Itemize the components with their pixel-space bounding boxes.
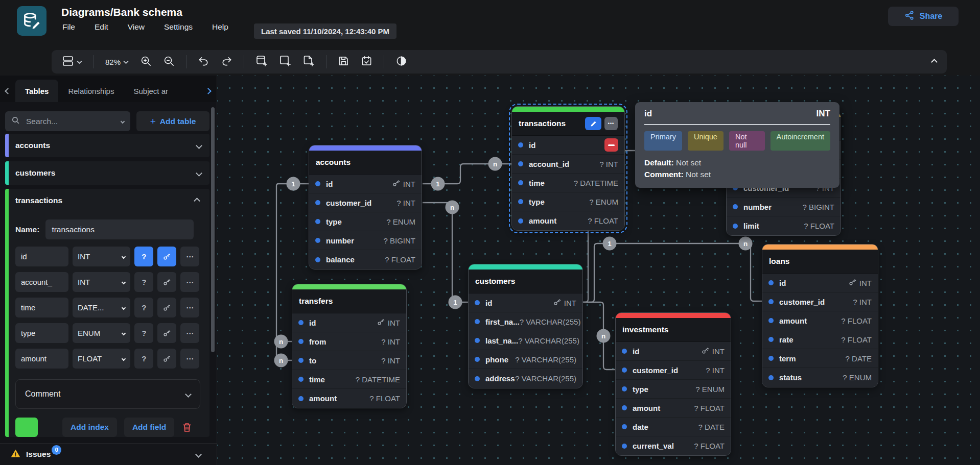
app-logo-database-pencil-icon[interactable] <box>17 6 46 36</box>
table-card-accounts[interactable]: accountsidINTcustomer_id? INTtype? ENUMn… <box>309 145 422 270</box>
table-field-row[interactable]: term? DATE <box>762 349 878 368</box>
nullable-toggle-button[interactable]: ? <box>134 247 153 266</box>
zoom-in-button[interactable] <box>140 55 152 69</box>
sidebar-scrollbar[interactable] <box>211 107 215 352</box>
table-field-row[interactable]: amount? FLOAT <box>292 389 406 408</box>
tabs-scroll-left-icon[interactable] <box>0 80 15 102</box>
issues-bar[interactable]: Issues 0 <box>0 443 217 465</box>
primary-key-toggle-button[interactable] <box>157 247 176 266</box>
field-more-options-button[interactable]: ⋯ <box>180 298 199 317</box>
search-input[interactable] <box>25 116 116 127</box>
delete-field-button[interactable] <box>604 138 618 152</box>
menu-item-edit[interactable]: Edit <box>95 22 108 32</box>
table-search-box[interactable] <box>5 111 130 131</box>
table-field-row[interactable]: idINT <box>292 313 406 332</box>
field-more-options-button[interactable]: ⋯ <box>180 323 199 343</box>
table-field-row[interactable]: type? ENUM <box>309 212 422 231</box>
field-type-select[interactable]: INT <box>73 272 130 292</box>
add-field-button[interactable]: Add field <box>124 418 174 437</box>
table-name-input[interactable] <box>45 219 194 239</box>
table-field-row[interactable]: address? VARCHAR(255) <box>469 369 582 388</box>
table-field-row[interactable]: amount? FLOAT <box>512 211 624 230</box>
delete-table-button[interactable] <box>181 422 193 433</box>
table-field-row[interactable]: last_na...? VARCHAR(255) <box>469 331 582 350</box>
layout-grid-button[interactable] <box>62 55 82 69</box>
primary-key-toggle-button[interactable] <box>157 323 176 343</box>
table-card-transactions[interactable]: transactions•••idaccount_id? INTtime? DA… <box>511 106 625 231</box>
table-field-row[interactable]: current_val? FLOAT <box>616 436 731 455</box>
field-name-input[interactable] <box>15 349 68 369</box>
table-card-customers[interactable]: customersidINTfirst_na...? VARCHAR(255)l… <box>468 264 583 388</box>
menu-item-help[interactable]: Help <box>212 22 228 32</box>
edit-table-button[interactable] <box>585 117 601 130</box>
add-area-button[interactable] <box>279 55 291 69</box>
tab-relationships[interactable]: Relationships <box>58 80 124 102</box>
chevron-down-icon[interactable] <box>195 451 202 458</box>
menu-item-settings[interactable]: Settings <box>164 22 193 32</box>
nullable-toggle-button[interactable]: ? <box>134 349 153 369</box>
primary-key-toggle-button[interactable] <box>157 298 176 317</box>
table-field-row[interactable]: date? DATE <box>616 418 731 436</box>
table-color-swatch[interactable] <box>15 418 38 437</box>
table-field-row[interactable]: to? INT <box>292 351 406 370</box>
table-field-row[interactable]: amount? FLOAT <box>762 311 878 330</box>
table-card-investments[interactable]: investmentsidINTcustomer_id? INTtype? EN… <box>615 312 731 456</box>
table-field-row[interactable]: id <box>512 136 624 155</box>
nullable-toggle-button[interactable]: ? <box>134 323 153 343</box>
comment-section[interactable]: Comment <box>15 379 200 409</box>
table-field-row[interactable]: number? BIGINT <box>309 231 422 250</box>
add-table-button[interactable] <box>255 55 268 69</box>
table-field-row[interactable]: idINT <box>762 274 878 292</box>
relationship-line[interactable] <box>583 243 762 302</box>
add-index-button[interactable]: Add index <box>62 418 117 437</box>
table-field-row[interactable]: phone? VARCHAR(255) <box>469 350 582 369</box>
theme-contrast-button[interactable] <box>395 55 407 69</box>
chevron-up-icon[interactable] <box>194 198 200 204</box>
field-type-select[interactable]: FLOAT <box>73 349 130 369</box>
field-name-input[interactable] <box>15 247 68 266</box>
table-field-row[interactable]: account_id? INT <box>512 155 624 174</box>
toolbar-collapse-button[interactable] <box>932 60 937 64</box>
table-field-row[interactable]: customer_id? INT <box>762 292 878 311</box>
table-card-loans[interactable]: loansidINTcustomer_id? INTamount? FLOATr… <box>762 244 878 387</box>
menu-item-view[interactable]: View <box>128 22 145 32</box>
table-field-row[interactable]: from? INT <box>292 332 406 351</box>
save-button[interactable] <box>338 55 349 69</box>
table-field-row[interactable]: idINT <box>469 293 582 312</box>
zoom-level-dropdown[interactable]: 82% <box>105 57 129 66</box>
table-field-row[interactable]: first_na...? VARCHAR(255) <box>469 312 582 331</box>
chevron-down-icon[interactable] <box>196 170 202 177</box>
redo-button[interactable] <box>221 55 232 69</box>
table-field-row[interactable]: balance? FLOAT <box>309 250 422 269</box>
table-field-row[interactable]: number? BIGINT <box>727 198 841 216</box>
table-field-row[interactable]: time? DATETIME <box>512 174 624 192</box>
table-more-options-button[interactable]: ••• <box>604 117 618 130</box>
field-name-input[interactable] <box>15 272 68 292</box>
diagram-canvas[interactable]: 1nn1n1n1nnn accountsidINTcustomer_id? IN… <box>217 76 980 465</box>
table-field-row[interactable]: idINT <box>616 342 731 361</box>
table-field-row[interactable]: status? ENUM <box>762 368 878 387</box>
field-type-select[interactable]: DATE... <box>73 298 130 317</box>
sidebar-item-customers[interactable]: customers <box>5 161 209 185</box>
field-type-select[interactable]: ENUM <box>73 323 130 343</box>
table-field-row[interactable]: idINT <box>309 175 422 193</box>
field-name-input[interactable] <box>15 323 68 343</box>
zoom-out-button[interactable] <box>163 55 175 69</box>
field-name-input[interactable] <box>15 298 68 317</box>
sidebar-item-accounts[interactable]: accounts <box>5 134 209 157</box>
table-field-row[interactable]: limit? FLOAT <box>727 216 841 235</box>
table-field-row[interactable]: time? DATETIME <box>292 370 406 389</box>
table-field-row[interactable]: customer_id? INT <box>309 193 422 212</box>
table-field-row[interactable]: type? ENUM <box>616 380 731 399</box>
undo-button[interactable] <box>198 55 209 69</box>
menu-item-file[interactable]: File <box>62 22 75 32</box>
field-more-options-button[interactable]: ⋯ <box>180 349 199 369</box>
tabs-scroll-right-icon[interactable] <box>199 80 217 102</box>
relationship-line[interactable] <box>423 203 468 302</box>
tab-subject-ar[interactable]: Subject ar <box>124 80 173 102</box>
table-field-row[interactable]: amount? FLOAT <box>616 399 731 418</box>
add-table-button[interactable]: + Add table <box>136 111 209 131</box>
table-field-row[interactable]: rate? FLOAT <box>762 330 878 349</box>
save-as-button[interactable] <box>361 55 372 69</box>
share-button[interactable]: Share <box>888 7 959 26</box>
